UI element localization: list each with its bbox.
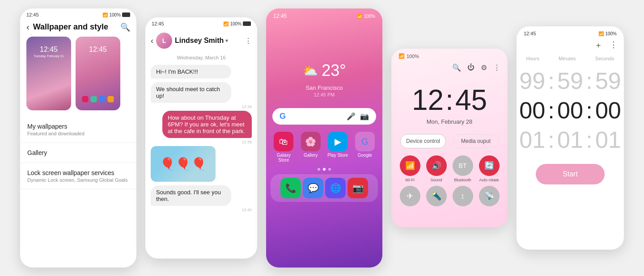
- more-timer-icon[interactable]: ⋮: [610, 40, 618, 50]
- nfc-quick-btn[interactable]: ↕: [451, 186, 474, 208]
- hours-header: Hours: [526, 56, 539, 61]
- camera-icon: 📷: [347, 178, 368, 198]
- preview-clock-1: 12:45: [40, 46, 58, 54]
- lock-status-icons: 📶 100%: [398, 53, 419, 59]
- search-icon[interactable]: 🔍: [120, 22, 130, 32]
- quick-buttons: 📶 Wi-Fi 🔊 Sound BT Bluetooth 🔄 Auto rota…: [391, 155, 508, 213]
- battery-2: 100%: [230, 21, 242, 26]
- flashlight-quick-btn[interactable]: 🔦: [425, 186, 448, 208]
- sound-quick-btn[interactable]: 🔊 Sound: [425, 155, 448, 182]
- dot-3: [328, 168, 331, 171]
- google-g-icon: G: [280, 112, 286, 121]
- hotspot-quick-btn[interactable]: 📡: [478, 186, 500, 208]
- colon-above-2: :: [586, 67, 592, 94]
- my-wallpapers-item[interactable]: My wallpapers Featured and downloaded: [20, 117, 136, 143]
- message-text-4: Sounds good. I'll see you then.: [151, 185, 231, 206]
- dock-phone[interactable]: 📞: [280, 178, 301, 198]
- page-dots: [266, 168, 382, 171]
- home-battery: 100%: [364, 14, 375, 19]
- bluetooth-btn-label: Bluetooth: [454, 178, 471, 182]
- page-title: Wallpaper and style: [33, 22, 117, 32]
- message-date: Wednesday, March 16: [145, 52, 257, 63]
- gallery-label: Gallery: [304, 153, 318, 158]
- more-options-icon[interactable]: ⋮: [245, 37, 252, 45]
- play-store-icon: ▶: [328, 132, 347, 151]
- tab-media-output[interactable]: Media ouput: [453, 134, 499, 148]
- messages-panel: 12:45 📶 100% ‹ L Lindsey Smith ▾ ⋮ Wedne…: [145, 17, 257, 259]
- dock-camera[interactable]: 📷: [347, 178, 368, 198]
- balloon-icon: 🎈🎈🎈: [160, 157, 207, 171]
- message-time-3: 12:39: [145, 140, 257, 144]
- messages-icon: 💬: [303, 178, 323, 198]
- preview-icons: [82, 96, 114, 102]
- tab-device-control[interactable]: Device control: [400, 134, 446, 148]
- timer-below-row: 01 : 01 : 01: [517, 126, 624, 159]
- wifi-btn-label: Wi-Fi: [405, 178, 415, 182]
- app-gallery[interactable]: 🌸 Gallery: [300, 132, 322, 163]
- google-icon: G: [355, 132, 375, 151]
- search-icon-lock[interactable]: 🔍: [452, 63, 461, 72]
- message-bubble-3: How about on Thursday at 6PM? If you are…: [145, 109, 257, 144]
- weather-time: 12:45 PM: [266, 92, 382, 97]
- flashlight-quick-icon: 🔦: [426, 186, 447, 206]
- timer-above-row: 99 : 59 : 59: [517, 65, 624, 97]
- back-button[interactable]: ‹: [26, 22, 30, 32]
- message-text-1: Hi~! I'm BACK!!!: [151, 65, 231, 79]
- dock-bar: 📞 💬 🌐 📷: [271, 174, 378, 202]
- google-label: Google: [358, 153, 372, 158]
- preview-thumb-lock[interactable]: 12:45 Tuesday, February 01: [26, 37, 71, 110]
- dock-browser[interactable]: 🌐: [325, 178, 346, 198]
- wifi-icon: 📶: [102, 13, 108, 17]
- preview-icon-dot: [108, 96, 114, 102]
- lock-panel: 📶 100% 🔍 ⏻ ⚙ ⋮ 12 : 45 Mon, February 28 …: [391, 49, 508, 227]
- add-timer-icon[interactable]: ＋: [594, 40, 602, 50]
- message-time-4: 12:40: [145, 208, 257, 212]
- airplane-quick-btn[interactable]: ✈: [398, 186, 421, 208]
- battery-icon-2: [243, 21, 251, 26]
- lock-date: Mon, February 28: [391, 118, 508, 125]
- lock-wallpaper-sub: Dynamic Lock screen, Samsung Global Goal…: [27, 177, 129, 183]
- dock-messages[interactable]: 💬: [303, 178, 323, 198]
- autorotate-quick-btn[interactable]: 🔄 Auto rotate: [478, 155, 500, 182]
- back-button-msg[interactable]: ‹: [151, 36, 153, 46]
- search-bar[interactable]: G 🎤 📷: [272, 108, 376, 125]
- app-play-store[interactable]: ▶ Play Store: [326, 132, 349, 163]
- lock-hour: 12: [412, 84, 444, 117]
- search-action-icons: 🎤 📷: [347, 112, 369, 121]
- wifi-quick-btn[interactable]: 📶 Wi-Fi: [398, 155, 421, 182]
- bluetooth-quick-btn[interactable]: BT Bluetooth: [451, 155, 474, 182]
- dot-1: [318, 168, 320, 171]
- hours-next: 01: [517, 126, 548, 153]
- start-button[interactable]: Start: [536, 164, 605, 184]
- message-bubble-4: Sounds good. I'll see you then. 12:40: [145, 184, 257, 212]
- lens-icon[interactable]: 📷: [360, 112, 369, 121]
- lock-min: 45: [455, 84, 487, 117]
- preview-thumb-home[interactable]: 12:45: [76, 37, 120, 110]
- lock-wallpaper-item[interactable]: Lock screen wallpaper services Dynamic L…: [20, 163, 136, 189]
- power-icon-lock[interactable]: ⏻: [467, 63, 475, 72]
- seconds-above: 59: [593, 67, 624, 94]
- message-bubble-1: Hi~! I'm BACK!!!: [145, 63, 257, 80]
- home-status-bar: 12:45 📶 100%: [266, 8, 382, 21]
- status-bar-2: 12:45 📶 100%: [145, 17, 257, 28]
- mic-icon[interactable]: 🎤: [347, 112, 356, 121]
- phone-icon: 📞: [280, 178, 301, 198]
- settings-icon-lock[interactable]: ⚙: [481, 63, 487, 72]
- status-bar-1: 12:45 📶 100%: [20, 8, 136, 19]
- minutes-header: Minutes: [559, 56, 576, 61]
- contact-name-row[interactable]: Lindsey Smith ▾: [175, 37, 242, 45]
- gallery-item[interactable]: Gallery: [20, 143, 136, 163]
- app-galaxy-store[interactable]: 🛍 Galaxy Store: [272, 132, 295, 163]
- minutes-next: 01: [555, 126, 586, 153]
- more-icon-lock[interactable]: ⋮: [493, 63, 500, 72]
- autorotate-quick-icon: 🔄: [479, 155, 500, 176]
- app-google[interactable]: G Google: [354, 132, 377, 163]
- contact-avatar: L: [156, 33, 172, 49]
- lock-clock: 12 : 45: [391, 75, 508, 118]
- gallery-label: Gallery: [27, 149, 47, 156]
- timer-status-bar: 12:45 📶 100%: [517, 26, 624, 38]
- timer-column-headers: Hours Minutes Seconds: [517, 52, 624, 65]
- browser-icon: 🌐: [325, 178, 346, 198]
- battery-icon-1: [122, 13, 130, 17]
- weather-section: ⛅ 23° San Francisco 12:45 PM: [266, 21, 382, 97]
